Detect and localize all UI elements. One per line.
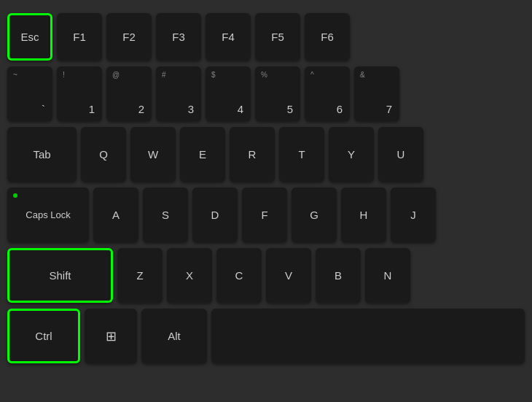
key-4-label: 4 xyxy=(238,103,243,115)
key-y-label: Y xyxy=(348,148,355,161)
key-f6-label: F6 xyxy=(321,31,334,44)
key-f3-label: F3 xyxy=(172,31,185,44)
key-dollar-symbol: $ xyxy=(211,71,216,79)
key-f5[interactable]: F5 xyxy=(255,13,300,61)
key-caret-symbol: ^ xyxy=(310,71,314,79)
key-esc-label: Esc xyxy=(20,31,39,44)
key-esc[interactable]: Esc xyxy=(7,13,52,61)
key-q-label: Q xyxy=(99,148,108,161)
key-e-label: E xyxy=(199,148,206,161)
key-f4-label: F4 xyxy=(222,31,235,44)
key-f6[interactable]: F6 xyxy=(305,13,350,61)
keyboard-row-6: Ctrl ⊞ Alt xyxy=(7,309,525,363)
key-hash-symbol: # xyxy=(162,71,166,79)
key-f1[interactable]: F1 xyxy=(57,13,102,61)
key-g[interactable]: G xyxy=(292,188,337,242)
key-2-label: 2 xyxy=(138,103,144,115)
key-3[interactable]: # 3 xyxy=(156,66,201,121)
key-h[interactable]: H xyxy=(341,188,386,242)
key-tab[interactable]: Tab xyxy=(7,127,77,182)
key-s[interactable]: S xyxy=(143,188,188,242)
key-shift[interactable]: Shift xyxy=(7,248,113,303)
key-t[interactable]: T xyxy=(279,127,324,182)
keyboard: Esc F1 F2 F3 F4 F5 F6 ~ ` ! 1 @ xyxy=(0,0,532,402)
key-n-label: N xyxy=(384,269,392,282)
windows-icon: ⊞ xyxy=(106,328,117,344)
key-4[interactable]: $ 4 xyxy=(206,66,251,121)
key-space[interactable] xyxy=(211,309,525,363)
key-z-label: Z xyxy=(136,269,143,282)
key-percent-symbol: % xyxy=(261,71,267,79)
keyboard-row-4: Caps Lock A S D F G H J xyxy=(7,188,525,242)
key-shift-label: Shift xyxy=(49,269,71,282)
key-g-label: G xyxy=(310,209,318,222)
key-r-label: R xyxy=(249,148,257,161)
capslock-indicator xyxy=(13,193,17,198)
key-z[interactable]: Z xyxy=(117,248,163,303)
key-f4[interactable]: F4 xyxy=(206,13,251,61)
key-6-label: 6 xyxy=(337,103,343,115)
key-5[interactable]: % 5 xyxy=(255,66,300,121)
keyboard-row-3: Tab Q W E R T Y U xyxy=(7,127,525,182)
key-f2[interactable]: F2 xyxy=(106,13,152,61)
key-tilde-symbol: ~ xyxy=(13,71,17,79)
key-1-label: 1 xyxy=(89,103,95,115)
key-y[interactable]: Y xyxy=(329,127,374,182)
key-exclaim-symbol: ! xyxy=(63,71,65,79)
key-u[interactable]: U xyxy=(378,127,423,182)
key-at-symbol: @ xyxy=(112,71,120,79)
key-backtick[interactable]: ~ ` xyxy=(7,66,52,121)
key-x[interactable]: X xyxy=(167,248,212,303)
key-d-label: D xyxy=(211,209,219,222)
key-1[interactable]: ! 1 xyxy=(57,66,102,121)
key-f3[interactable]: F3 xyxy=(156,13,201,61)
key-7[interactable]: & 7 xyxy=(354,66,399,121)
key-capslock[interactable]: Caps Lock xyxy=(7,188,89,242)
key-capslock-label: Caps Lock xyxy=(26,209,70,221)
key-5-label: 5 xyxy=(287,103,293,115)
key-w-label: W xyxy=(148,148,158,161)
key-b[interactable]: B xyxy=(316,248,361,303)
key-f5-label: F5 xyxy=(271,31,284,44)
key-n[interactable]: N xyxy=(365,248,410,303)
key-d[interactable]: D xyxy=(192,188,238,242)
key-x-label: X xyxy=(186,269,193,282)
key-ctrl-label: Ctrl xyxy=(35,330,52,343)
key-b-label: B xyxy=(335,269,342,282)
key-a[interactable]: A xyxy=(93,188,138,242)
key-v[interactable]: V xyxy=(266,248,311,303)
key-alt-label: Alt xyxy=(168,330,181,343)
key-win[interactable]: ⊞ xyxy=(85,309,137,363)
key-u-label: U xyxy=(397,148,405,161)
key-w[interactable]: W xyxy=(130,127,176,182)
key-a-label: A xyxy=(112,209,120,222)
key-j[interactable]: J xyxy=(391,188,436,242)
key-backtick-label: ` xyxy=(42,103,45,115)
key-v-label: V xyxy=(285,269,292,282)
key-t-label: T xyxy=(298,148,305,161)
key-r[interactable]: R xyxy=(230,127,275,182)
key-ctrl[interactable]: Ctrl xyxy=(7,309,80,363)
key-q[interactable]: Q xyxy=(81,127,126,182)
key-2[interactable]: @ 2 xyxy=(106,66,152,121)
key-amp-symbol: & xyxy=(360,71,365,79)
key-f1-label: F1 xyxy=(73,31,86,44)
key-j-label: J xyxy=(410,209,416,222)
keyboard-row-1: Esc F1 F2 F3 F4 F5 F6 xyxy=(7,13,525,61)
key-h-label: H xyxy=(360,209,368,222)
key-alt[interactable]: Alt xyxy=(141,309,207,363)
key-s-label: S xyxy=(162,209,169,222)
key-tab-label: Tab xyxy=(33,148,50,161)
key-e[interactable]: E xyxy=(180,127,225,182)
key-6[interactable]: ^ 6 xyxy=(305,66,350,121)
key-f2-label: F2 xyxy=(122,31,136,44)
key-f[interactable]: F xyxy=(242,188,287,242)
keyboard-row-2: ~ ` ! 1 @ 2 # 3 $ 4 % 5 ^ 6 & 7 xyxy=(7,66,525,121)
key-3-label: 3 xyxy=(188,103,194,115)
key-f-label: F xyxy=(261,209,267,222)
key-c-label: C xyxy=(235,269,243,282)
key-c[interactable]: C xyxy=(216,248,262,303)
keyboard-row-5: Shift Z X C V B N xyxy=(7,248,525,303)
key-7-label: 7 xyxy=(386,103,392,115)
